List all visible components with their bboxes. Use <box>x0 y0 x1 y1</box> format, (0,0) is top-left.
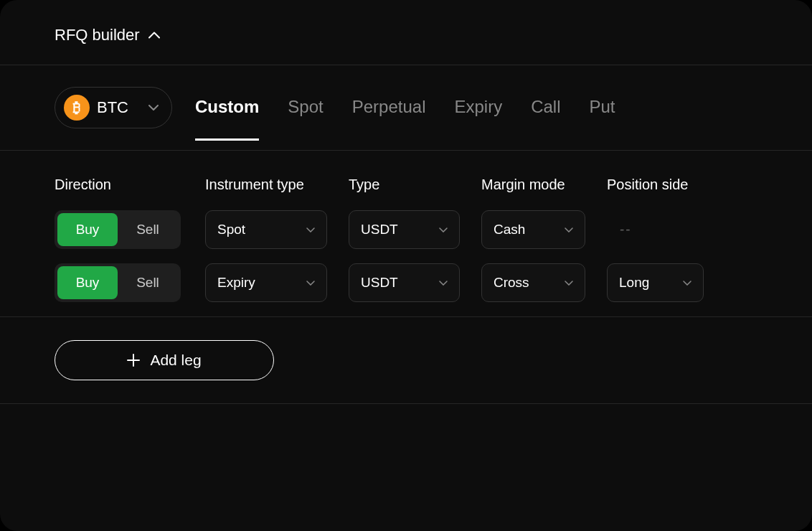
select-value: Long <box>619 275 649 291</box>
leg-row: Buy Sell Spot USDT <box>55 210 783 249</box>
leg-row: Buy Sell Expiry USDT <box>55 263 783 302</box>
position-side-empty: -- <box>607 222 632 237</box>
tab-expiry[interactable]: Expiry <box>454 97 502 141</box>
panel-header: RFQ builder <box>0 0 812 65</box>
panel-title: RFQ builder <box>55 26 140 44</box>
col-instrument-label: Instrument type <box>205 177 304 192</box>
select-value: Expiry <box>217 275 255 291</box>
toolbar: ₿ BTC Custom Spot Perpetual Expiry Call … <box>0 65 812 151</box>
chevron-down-icon <box>306 281 315 286</box>
asset-symbol: BTC <box>97 98 128 117</box>
direction-toggle: Buy Sell <box>55 210 181 249</box>
select-value: Spot <box>217 222 245 238</box>
chevron-down-icon <box>306 227 315 232</box>
type-select[interactable]: USDT <box>349 210 460 249</box>
strategy-tabs: Custom Spot Perpetual Expiry Call Put <box>195 97 615 141</box>
add-leg-label: Add leg <box>150 352 201 369</box>
sell-button[interactable]: Sell <box>118 266 178 299</box>
rfq-builder-panel: RFQ builder ₿ BTC Custom Spot Perpetual … <box>0 0 812 531</box>
tab-put[interactable]: Put <box>590 97 615 141</box>
columns-header: Direction Instrument type Type Margin mo… <box>55 177 783 193</box>
tab-custom[interactable]: Custom <box>195 97 259 141</box>
plus-icon <box>127 354 140 367</box>
col-type-label: Type <box>349 177 379 192</box>
chevron-down-icon <box>683 281 691 286</box>
sell-button[interactable]: Sell <box>118 213 178 246</box>
instrument-type-select[interactable]: Expiry <box>205 263 327 302</box>
buy-button[interactable]: Buy <box>57 266 118 299</box>
chevron-down-icon <box>148 105 159 111</box>
tab-perpetual[interactable]: Perpetual <box>352 97 426 141</box>
select-value: Cash <box>494 222 525 238</box>
select-value: USDT <box>361 222 398 238</box>
col-direction-label: Direction <box>55 177 111 192</box>
tab-call[interactable]: Call <box>531 97 560 141</box>
chevron-up-icon[interactable] <box>148 32 160 39</box>
position-side-select[interactable]: Long <box>607 263 704 302</box>
instrument-type-select[interactable]: Spot <box>205 210 327 249</box>
margin-mode-select[interactable]: Cash <box>481 210 585 249</box>
select-value: USDT <box>361 275 398 291</box>
tab-spot[interactable]: Spot <box>288 97 323 141</box>
bitcoin-icon: ₿ <box>64 95 90 121</box>
chevron-down-icon <box>565 227 573 232</box>
direction-toggle: Buy Sell <box>55 263 181 302</box>
select-value: Cross <box>494 275 529 291</box>
add-leg-section: Add leg <box>0 317 812 404</box>
chevron-down-icon <box>439 281 448 286</box>
buy-button[interactable]: Buy <box>57 213 118 246</box>
asset-selector[interactable]: ₿ BTC <box>55 87 172 128</box>
col-position-label: Position side <box>607 177 688 192</box>
type-select[interactable]: USDT <box>349 263 460 302</box>
chevron-down-icon <box>565 281 573 286</box>
chevron-down-icon <box>439 227 448 232</box>
legs-content: Direction Instrument type Type Margin mo… <box>0 151 812 317</box>
add-leg-button[interactable]: Add leg <box>55 340 274 380</box>
col-margin-label: Margin mode <box>481 177 565 192</box>
margin-mode-select[interactable]: Cross <box>481 263 585 302</box>
